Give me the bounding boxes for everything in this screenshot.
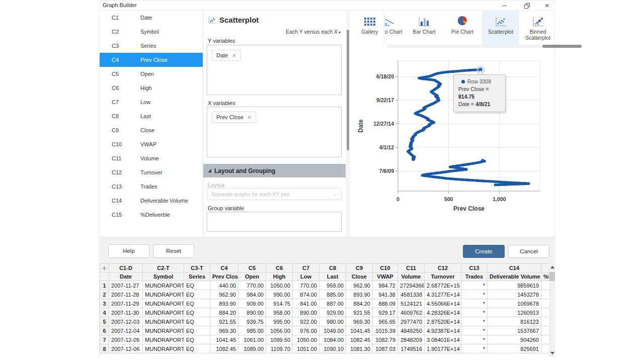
column-name-header[interactable]: Symbol [143,273,184,281]
remove-chip-icon[interactable]: ✕ [248,115,252,120]
table-cell[interactable]: 2007-11-30 [109,308,143,317]
table-cell[interactable]: 1050.00 [293,335,319,344]
table-corner-cell[interactable] [100,264,109,273]
table-cell[interactable]: 1015.39 [373,326,398,335]
table-cell[interactable]: 884.20 [346,299,373,308]
table-cell[interactable]: 958.00 [266,308,293,317]
table-cell[interactable]: 980.00 [319,317,346,326]
table-cell[interactable]: 1082.79 [373,335,398,344]
column-name-header[interactable]: Low [293,273,319,281]
column-list-item[interactable]: C8Last [100,109,203,123]
row-number[interactable]: 4 [100,308,109,317]
table-cell[interactable]: 4.28326E+14 [425,308,461,317]
column-list-item[interactable]: C7Low [100,95,203,109]
row-number[interactable]: 2 [100,290,109,299]
table-cell[interactable]: 27294366 [398,281,425,290]
row-number[interactable]: 5 [100,317,109,326]
table-cell[interactable]: 2007-11-28 [109,290,143,299]
column-list-item[interactable]: C14Deliverable Volume [100,194,203,208]
table-cell[interactable]: MUNDRAPORT [143,299,184,308]
table-cell[interactable]: 990.00 [266,290,293,299]
restore-button[interactable] [520,1,533,11]
table-cell[interactable] [541,335,549,344]
table-cell[interactable] [541,281,549,290]
column-list-item[interactable]: C2Symbol [100,25,203,39]
table-cell[interactable] [541,299,549,308]
column-name-header[interactable]: Deliverable Volume [488,273,541,281]
gallery-tab[interactable]: Gallery [356,11,384,45]
scatterplot-tab[interactable]: Scatterplot [482,11,519,45]
table-cell[interactable]: 941.38 [373,290,398,299]
scrollbar-thumb[interactable] [549,272,555,281]
column-id-header[interactable]: C10 [373,264,398,273]
table-cell[interactable]: EQ [184,281,210,290]
column-list-item[interactable]: C13Trades [100,179,203,194]
table-cell[interactable]: * [461,317,488,326]
table-cell[interactable]: 1109.70 [266,344,293,353]
table-cell[interactable]: 887.00 [319,299,346,308]
table-cell[interactable]: 4.31277E+14 [425,290,461,299]
column-name-header[interactable]: Open [238,273,266,281]
y-variable-chip[interactable]: Date✕ [212,50,241,61]
close-button[interactable]: ✕ [540,1,553,11]
table-cell[interactable]: 904260 [488,335,541,344]
table-cell[interactable]: * [461,326,488,335]
table-cell[interactable]: 885.00 [319,290,346,299]
table-cell[interactable]: 929.00 [319,308,346,317]
pie-chart-tab[interactable]: Pie Chart [444,11,481,45]
table-cell[interactable]: 962.90 [346,281,373,290]
column-list-item[interactable]: C1Date [100,11,203,25]
column-list-item[interactable]: C3Series [100,39,203,53]
table-cell[interactable]: 2007-12-03 [109,317,143,326]
table-cell[interactable]: 770.00 [238,281,266,290]
table-cell[interactable]: 1260913 [488,308,541,317]
scrollbar-thumb[interactable] [347,30,349,150]
table-cell[interactable]: 929.17 [373,308,398,317]
table-cell[interactable]: 893.90 [346,290,373,299]
pareto-chart-tab[interactable]: Pareto Chart [385,11,405,45]
table-cell[interactable]: 2007-12-04 [109,326,143,335]
table-cell[interactable]: 3.08401E+14 [425,335,461,344]
cancel-button[interactable]: Cancel [508,245,549,258]
help-button[interactable]: Help [108,244,149,258]
column-id-header[interactable]: C6 [266,264,293,273]
table-cell[interactable]: 874.00 [293,290,319,299]
table-cell[interactable]: 890.00 [238,308,266,317]
column-list-item[interactable]: C9Close [100,123,203,137]
table-cell[interactable]: EQ [184,290,210,299]
table-cell[interactable]: 888.09 [373,299,398,308]
table-cell[interactable]: 5124121 [398,299,425,308]
table-cell[interactable]: EQ [184,326,210,335]
column-id-header[interactable]: C9 [346,264,373,273]
table-cell[interactable]: 969.30 [210,326,238,335]
column-id-header[interactable] [541,264,549,273]
table-cell[interactable]: 921.55 [346,308,373,317]
table-cell[interactable] [541,344,549,353]
table-cell[interactable]: EQ [184,317,210,326]
column-name-header[interactable]: %D [541,273,549,281]
create-button[interactable]: Create [463,245,505,258]
table-scrollbar[interactable] [549,263,555,357]
table-cell[interactable]: 1056.00 [266,326,293,335]
table-cell[interactable]: * [461,299,488,308]
table-cell[interactable]: 4.92387E+14 [425,326,461,335]
table-cell[interactable]: 1.90177E+14 [425,344,461,353]
table-cell[interactable]: MUNDRAPORT [143,308,184,317]
column-id-header[interactable]: C4 [210,264,238,273]
scroll-down-button[interactable] [549,349,555,357]
column-name-header[interactable]: Prev Close [210,273,238,281]
table-cell[interactable]: MUNDRAPORT [143,326,184,335]
column-name-header[interactable]: Date [109,273,143,281]
column-list-item[interactable]: C11Volume [100,151,203,165]
table-cell[interactable]: 969.30 [346,317,373,326]
column-id-header[interactable]: C13 [461,264,488,273]
remove-chip-icon[interactable]: ✕ [232,53,236,58]
column-name-header[interactable]: Last [319,273,346,281]
table-cell[interactable]: 1049.00 [319,326,346,335]
table-cell[interactable]: * [461,281,488,290]
table-cell[interactable]: 1537667 [488,326,541,335]
table-cell[interactable]: 1051.00 [293,344,319,353]
row-number[interactable]: 6 [100,326,109,335]
table-cell[interactable]: 825691 [488,344,541,353]
table-cell[interactable]: MUNDRAPORT [143,344,184,353]
